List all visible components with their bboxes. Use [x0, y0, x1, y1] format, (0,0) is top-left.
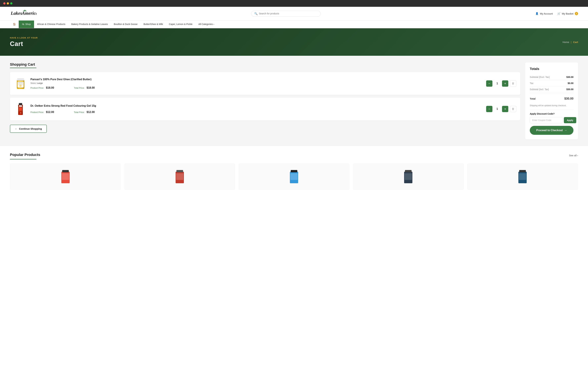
- apply-button[interactable]: Apply: [564, 117, 576, 123]
- my-account-label: My Account: [540, 12, 553, 15]
- my-account-link[interactable]: 👤 My Account: [535, 12, 553, 15]
- cart-section: Shopping Cart: [10, 62, 520, 139]
- product-card-1[interactable]: [10, 163, 121, 190]
- item-1-qty: 1: [494, 82, 500, 85]
- item-2-delete-btn[interactable]: 🗑: [510, 106, 516, 112]
- page: Lakes America 🔍 👤 My Account 🛒 My Basket…: [0, 7, 588, 386]
- svg-rect-8: [18, 82, 23, 83]
- item-1-name: Pansari's 100% Pure Desi Ghee (Clarified…: [30, 78, 483, 81]
- nav-bakery-label: Bakery Products & Gelatine Leaves: [71, 23, 108, 25]
- item-2-product-price: Product Price: $12.00: [30, 111, 54, 114]
- arrow-left-icon: ←: [15, 127, 17, 130]
- tax-value: $0.00: [568, 82, 573, 85]
- popular-title-underline: [10, 159, 36, 159]
- product-3-image: [238, 163, 349, 190]
- popular-section: Popular Products See all ›: [0, 146, 588, 196]
- my-basket-link[interactable]: 🛒 My Basket 2: [557, 12, 578, 15]
- product-card-5[interactable]: [467, 163, 578, 190]
- product-5-image: [467, 163, 578, 190]
- chevron-right-icon-popular: ›: [577, 154, 578, 157]
- svg-rect-27: [290, 173, 298, 180]
- item-2-decrease-btn[interactable]: −: [486, 106, 492, 112]
- search-bar[interactable]: 🔍: [251, 11, 321, 17]
- ghee-product-image: [15, 77, 26, 91]
- nav-african-chinese[interactable]: African & Chinese Products: [34, 21, 68, 28]
- nav-bouillon-label: Bouillon & Duck Goose: [114, 23, 138, 25]
- product-card-3[interactable]: [238, 163, 349, 190]
- nav-all-categories[interactable]: All Categories ›: [195, 21, 217, 28]
- svg-point-16: [19, 108, 22, 110]
- nav-bakery[interactable]: Bakery Products & Gelatine Leaves: [68, 21, 111, 28]
- continue-shopping-label: Continue Shopping: [19, 127, 42, 130]
- breadcrumb-home[interactable]: Home: [563, 41, 569, 43]
- trash-icon: 🗑: [512, 82, 514, 85]
- window-dot-green[interactable]: [10, 2, 12, 4]
- search-input[interactable]: [259, 12, 317, 15]
- svg-rect-6: [17, 78, 24, 81]
- svg-rect-32: [519, 170, 526, 172]
- logo[interactable]: Lakes America: [10, 9, 36, 18]
- nav-all-categories-label: All Categories: [198, 23, 213, 25]
- totals-title: Totals: [530, 67, 573, 71]
- item-1-prices: Product Price: $18.00 Total Price: $18.0…: [30, 86, 483, 89]
- product-4-image: [353, 163, 464, 190]
- trash-icon-2: 🗑: [512, 107, 514, 110]
- coupon-row: Apply: [530, 117, 573, 123]
- home-icon: 🏠: [13, 23, 16, 25]
- continue-shopping-button[interactable]: ← Continue Shopping: [10, 125, 47, 133]
- nav-butter-label: Butter/Ghee & Milk: [144, 23, 163, 25]
- breadcrumb-current: Cart: [573, 41, 578, 43]
- svg-text:Lakes: Lakes: [11, 11, 22, 16]
- svg-rect-33: [519, 173, 526, 180]
- svg-rect-24: [176, 173, 183, 180]
- coupon-input[interactable]: [530, 117, 563, 123]
- totals-divider: [530, 94, 573, 94]
- item-2-controls: − 1 + 🗑: [486, 106, 516, 112]
- subtotal-incl-label: Subtotal (Incl. Tax): [530, 88, 549, 91]
- search-icon: 🔍: [254, 12, 258, 15]
- chevron-right-icon: ›: [213, 23, 214, 25]
- checkout-button[interactable]: Proceed to Checkout →: [530, 126, 573, 135]
- total-value: $30.00: [564, 97, 573, 100]
- window-dot-yellow[interactable]: [7, 2, 9, 4]
- item-2-name: Dr. Oetker Extra Strong Red Food Colouri…: [30, 104, 483, 107]
- product-1-svg: [59, 168, 72, 185]
- see-all-label: See all: [569, 154, 577, 157]
- nav-bouillon[interactable]: Bouillon & Duck Goose: [111, 21, 141, 28]
- nav-shop[interactable]: 🛍 Shop: [19, 21, 34, 28]
- shipping-note: Shipping will be updated during checkout…: [530, 104, 573, 107]
- hero-subtitle: HAVE A LOOK AT YOUR: [10, 37, 38, 39]
- subtotal-excl-value: $30.00: [566, 76, 573, 78]
- nav-butter[interactable]: Butter/Ghee & Milk: [141, 21, 166, 28]
- basket-badge: 2: [575, 12, 578, 15]
- logo-svg: Lakes America: [10, 9, 36, 18]
- breadcrumb: Home | Cart: [563, 41, 578, 43]
- product-card-4[interactable]: [353, 163, 464, 190]
- nav-home[interactable]: 🏠: [10, 21, 19, 28]
- svg-point-11: [19, 85, 22, 87]
- item-1-decrease-btn[interactable]: −: [486, 80, 492, 87]
- product-4-svg: [402, 168, 415, 185]
- svg-rect-20: [62, 170, 69, 172]
- account-icon: 👤: [535, 12, 539, 15]
- svg-rect-9: [18, 83, 23, 84]
- item-1-delete-btn[interactable]: 🗑: [510, 80, 516, 87]
- window-dot-red[interactable]: [3, 2, 5, 4]
- tax-label: Tax: [530, 82, 533, 85]
- item-1-size: Sizes: Large: [30, 82, 483, 84]
- item-1-details: Pansari's 100% Pure Desi Ghee (Clarified…: [30, 78, 483, 89]
- navigation: 🏠 🛍 Shop African & Chinese Products Bake…: [0, 21, 588, 28]
- totals-row-subtotal-excl: Subtotal (Excl. Tax) $30.00: [530, 74, 573, 80]
- svg-rect-14: [19, 103, 22, 105]
- nav-caper[interactable]: Caper, Lemon & Pickle: [166, 21, 195, 28]
- product-card-2[interactable]: [124, 163, 235, 190]
- see-all-link[interactable]: See all ›: [569, 154, 578, 157]
- cart-item-1: Pansari's 100% Pure Desi Ghee (Clarified…: [10, 72, 520, 95]
- svg-rect-26: [291, 170, 297, 172]
- totals-row-subtotal-incl: Subtotal (Incl. Tax) $30.00: [530, 86, 573, 92]
- cart-title: Shopping Cart: [10, 62, 520, 67]
- item-1-increase-btn[interactable]: +: [502, 80, 508, 87]
- item-2-increase-btn[interactable]: +: [502, 106, 508, 112]
- product-2-image: [124, 163, 235, 190]
- item-1-image: [14, 76, 27, 91]
